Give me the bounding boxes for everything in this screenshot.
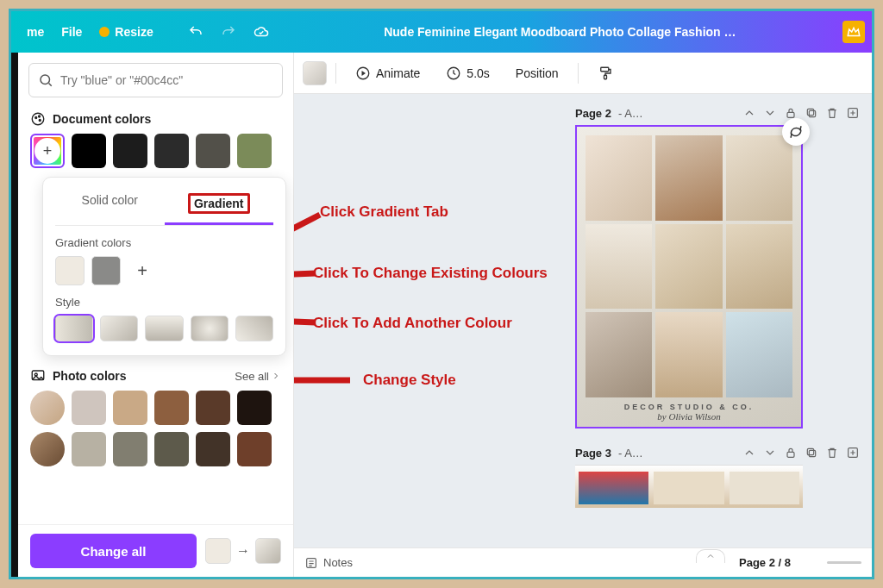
add-color-button[interactable]: +: [30, 134, 65, 168]
from-swatch: [205, 538, 231, 564]
photo-swatch[interactable]: [237, 391, 272, 425]
photo-source-thumb[interactable]: [30, 391, 65, 425]
cloud-sync-button[interactable]: [245, 19, 278, 45]
color-search-input[interactable]: [60, 73, 273, 87]
doc-swatch[interactable]: [113, 134, 147, 168]
collage-cell[interactable]: [655, 224, 722, 310]
crown-dot-icon: [99, 27, 110, 37]
gradient-style[interactable]: [191, 316, 229, 341]
page-2[interactable]: DECOR STUDIO & CO. by Olivia Wilson: [575, 125, 803, 428]
notes-icon: [304, 556, 318, 570]
doc-swatch[interactable]: [72, 134, 106, 168]
move-down-button[interactable]: [763, 106, 777, 120]
left-rail: [11, 53, 18, 577]
lock-button[interactable]: [784, 446, 798, 460]
photo-swatch[interactable]: [113, 432, 147, 466]
collage-cell[interactable]: [586, 224, 652, 310]
delete-button[interactable]: [825, 106, 839, 120]
collage-cell[interactable]: [586, 312, 652, 397]
doc-swatch[interactable]: [154, 134, 189, 168]
app-frame: me File Resize Nude Feminine Elegant Moo…: [9, 9, 874, 579]
collage-cell[interactable]: [726, 312, 792, 397]
photo-swatches-row: [18, 432, 293, 473]
resize-button[interactable]: Resize: [91, 20, 161, 44]
annotation: Change Style: [363, 372, 456, 389]
change-all-bar: Change all →: [18, 524, 293, 577]
tab-solid-color[interactable]: Solid color: [55, 188, 165, 225]
photo-swatch[interactable]: [154, 391, 189, 425]
svg-point-4: [39, 120, 41, 122]
photo-swatch[interactable]: [196, 391, 230, 425]
svg-rect-9: [600, 67, 608, 72]
collage-cell[interactable]: [726, 135, 792, 221]
gradient-style[interactable]: [55, 316, 93, 341]
photo-swatch[interactable]: [113, 391, 147, 425]
add-gradient-stop[interactable]: +: [128, 256, 157, 285]
content-row: Document colors + Solid color Gradient: [11, 53, 872, 577]
zoom-slider[interactable]: [827, 561, 861, 564]
svg-rect-20: [809, 450, 815, 456]
caption-line-1: DECOR STUDIO & CO.: [586, 403, 792, 411]
photo-swatch[interactable]: [154, 432, 189, 466]
color-mode-tabs: Solid color Gradient: [55, 188, 273, 226]
color-search[interactable]: [28, 63, 283, 97]
move-up-button[interactable]: [742, 106, 756, 120]
expand-pages-button[interactable]: [696, 549, 725, 563]
background-color-chip[interactable]: [303, 61, 327, 85]
photo-colors-label: Photo colors: [53, 369, 127, 383]
collage-cell[interactable]: [586, 135, 652, 221]
position-button[interactable]: Position: [505, 61, 569, 85]
page-title-suffix: - A…: [618, 447, 643, 460]
collage-cell[interactable]: [726, 224, 792, 310]
gradient-stop[interactable]: [55, 256, 85, 285]
page-caption: DECOR STUDIO & CO. by Olivia Wilson: [586, 397, 792, 422]
animate-button[interactable]: Animate: [345, 60, 430, 86]
gradient-style[interactable]: [145, 316, 183, 341]
canvas-area[interactable]: Click Gradient Tab Click To Change Exist…: [294, 94, 872, 547]
duplicate-button[interactable]: [805, 446, 818, 460]
gradient-style[interactable]: [235, 316, 273, 341]
annotation: Click To Change Existing Colours: [313, 265, 548, 282]
change-from-to: →: [205, 538, 281, 564]
gradient-style[interactable]: [100, 316, 138, 341]
photo-swatch[interactable]: [196, 432, 230, 466]
duration-button[interactable]: 5.0s: [435, 60, 499, 86]
change-all-button[interactable]: Change all: [30, 534, 197, 568]
move-down-button[interactable]: [763, 446, 777, 460]
photo-colors-header: Photo colors See all: [18, 365, 293, 391]
refresh-fab[interactable]: [782, 118, 810, 146]
add-page-button[interactable]: [846, 446, 860, 460]
toolbar-divider: [578, 63, 579, 84]
notes-button[interactable]: Notes: [323, 556, 353, 569]
tab-gradient[interactable]: Gradient: [165, 188, 274, 225]
context-toolbar: Animate 5.0s Position: [294, 53, 872, 94]
doc-swatch[interactable]: [237, 134, 272, 168]
add-page-button[interactable]: [846, 106, 860, 120]
photo-swatch[interactable]: [237, 432, 272, 466]
duplicate-button[interactable]: [805, 106, 818, 120]
redo-button[interactable]: [212, 19, 245, 45]
home-button[interactable]: me: [18, 20, 53, 44]
annotation: Click To Add Another Colour: [313, 315, 512, 332]
photo-swatch[interactable]: [72, 391, 106, 425]
collage-cell[interactable]: [655, 135, 722, 221]
photo-source-thumb[interactable]: [30, 432, 65, 466]
gradient-colors-row: +: [55, 256, 273, 285]
upgrade-button[interactable]: [842, 21, 865, 43]
page-3[interactable]: [575, 465, 803, 508]
undo-button[interactable]: [179, 19, 212, 45]
gradient-stop[interactable]: [91, 256, 121, 285]
document-title[interactable]: Nude Feminine Elegant Moodboard Photo Co…: [278, 25, 842, 39]
svg-rect-19: [787, 452, 794, 457]
collage-cell[interactable]: [655, 312, 722, 397]
color-panel: Document colors + Solid color Gradient: [18, 53, 294, 577]
photo-swatch[interactable]: [72, 432, 106, 466]
move-up-button[interactable]: [742, 446, 756, 460]
see-all-button[interactable]: See all: [235, 370, 281, 383]
delete-button[interactable]: [825, 446, 839, 460]
file-menu[interactable]: File: [53, 20, 91, 44]
svg-point-3: [39, 116, 41, 117]
crown-icon: [846, 24, 861, 40]
doc-swatch[interactable]: [196, 134, 230, 168]
format-painter-button[interactable]: [587, 60, 623, 86]
